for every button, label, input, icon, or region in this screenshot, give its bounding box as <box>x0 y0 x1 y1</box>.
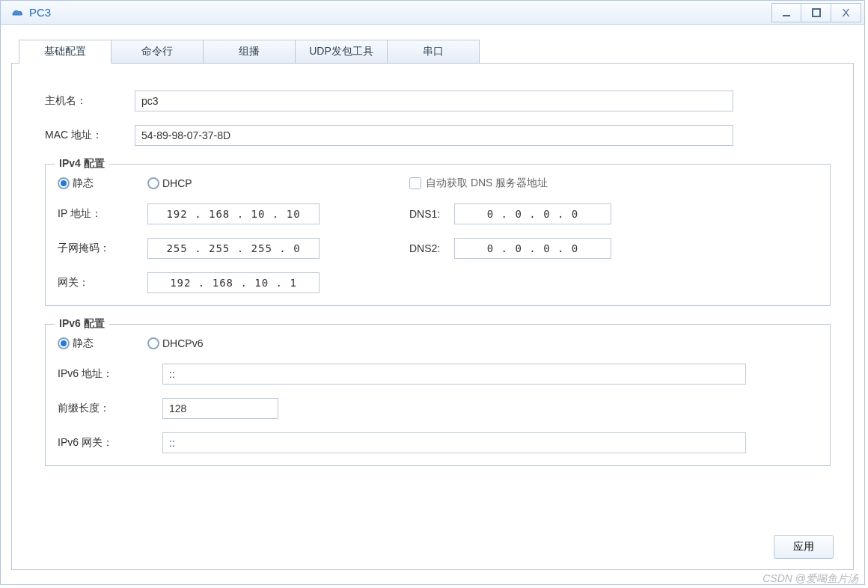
tab-basic-config[interactable]: 基础配置 <box>19 40 111 64</box>
ipv6-gw-label: IPv6 网关： <box>58 436 162 450</box>
titlebar: PC3 X <box>1 1 864 25</box>
autodns-checkbox[interactable]: 自动获取 DNS 服务器地址 <box>409 177 548 190</box>
checkbox-unchecked-icon <box>409 177 421 189</box>
apply-button[interactable]: 应用 <box>774 535 834 559</box>
ipv6-dhcp-label: DHCPv6 <box>162 337 203 349</box>
gateway-label: 网关： <box>58 276 147 290</box>
ipv6-static-radio[interactable]: 静态 <box>58 337 147 350</box>
tab-cli[interactable]: 命令行 <box>111 40 204 64</box>
radio-unchecked-icon <box>147 337 159 349</box>
ipv6-addr-label: IPv6 地址： <box>58 367 162 381</box>
ipv4-legend: IPv4 配置 <box>55 157 109 171</box>
radio-unchecked-icon <box>147 177 159 189</box>
content-area: 基础配置 命令行 组播 UDP发包工具 串口 主机名： MAC 地址： IPv4… <box>1 25 864 576</box>
ipv6-addr-input[interactable] <box>162 364 746 385</box>
ipv4-fieldset: IPv4 配置 静态 DHCP 自动获取 DNS 服务器地址 <box>45 164 831 306</box>
config-panel: 主机名： MAC 地址： IPv4 配置 静态 DHCP <box>11 63 854 570</box>
hostname-row: 主机名： <box>45 91 831 111</box>
tab-serial[interactable]: 串口 <box>387 40 480 64</box>
mask-input[interactable]: 255 . 255 . 255 . 0 <box>147 238 320 259</box>
close-button[interactable]: X <box>831 3 861 22</box>
mac-row: MAC 地址： <box>45 125 831 146</box>
ipv6-dhcp-radio[interactable]: DHCPv6 <box>147 337 203 349</box>
dns1-label: DNS1: <box>409 208 454 220</box>
window-title: PC3 <box>29 6 771 19</box>
ipv6-gw-input[interactable] <box>162 432 746 453</box>
ipv6-legend: IPv6 配置 <box>55 317 109 331</box>
app-window: PC3 X 基础配置 命令行 组播 UDP发包工具 串口 主机名： <box>0 0 865 585</box>
dns1-input[interactable]: 0 . 0 . 0 . 0 <box>454 203 611 224</box>
mac-label: MAC 地址： <box>45 129 135 142</box>
gateway-input[interactable]: 192 . 168 . 10 . 1 <box>147 272 320 293</box>
ipv4-dhcp-label: DHCP <box>162 177 192 189</box>
ipv4-dhcp-radio[interactable]: DHCP <box>147 177 320 189</box>
tab-multicast[interactable]: 组播 <box>203 40 296 64</box>
tab-label: 组播 <box>239 45 260 58</box>
autodns-label: 自动获取 DNS 服务器地址 <box>426 177 548 190</box>
tab-label: 命令行 <box>141 45 173 58</box>
tab-label: 基础配置 <box>44 45 86 58</box>
svg-rect-0 <box>783 15 790 16</box>
tabs: 基础配置 命令行 组播 UDP发包工具 串口 <box>19 40 854 64</box>
tab-udp-tool[interactable]: UDP发包工具 <box>295 40 388 64</box>
ipv6-fieldset: IPv6 配置 静态 DHCPv6 IPv6 地址： <box>45 324 831 466</box>
app-icon <box>10 5 25 20</box>
radio-checked-icon <box>58 337 70 349</box>
window-buttons: X <box>771 3 861 22</box>
tab-label: UDP发包工具 <box>309 45 373 58</box>
ipv6-static-label: 静态 <box>73 337 94 350</box>
ip-input[interactable]: 192 . 168 . 10 . 10 <box>147 203 320 224</box>
ipv6-prefix-input[interactable] <box>162 398 278 419</box>
mac-input[interactable] <box>135 125 733 146</box>
hostname-label: 主机名： <box>45 94 135 108</box>
hostname-input[interactable] <box>135 91 733 111</box>
svg-rect-1 <box>813 9 820 16</box>
dns2-label: DNS2: <box>409 242 454 254</box>
ip-label: IP 地址： <box>58 207 147 221</box>
maximize-button[interactable] <box>801 3 831 22</box>
ipv6-prefix-label: 前缀长度： <box>58 402 162 415</box>
mask-label: 子网掩码： <box>58 242 147 255</box>
tab-label: 串口 <box>423 45 444 58</box>
dns2-input[interactable]: 0 . 0 . 0 . 0 <box>454 238 611 259</box>
ipv4-static-radio[interactable]: 静态 <box>58 177 147 190</box>
radio-checked-icon <box>58 177 70 189</box>
minimize-button[interactable] <box>771 3 801 22</box>
ipv4-static-label: 静态 <box>73 177 94 190</box>
